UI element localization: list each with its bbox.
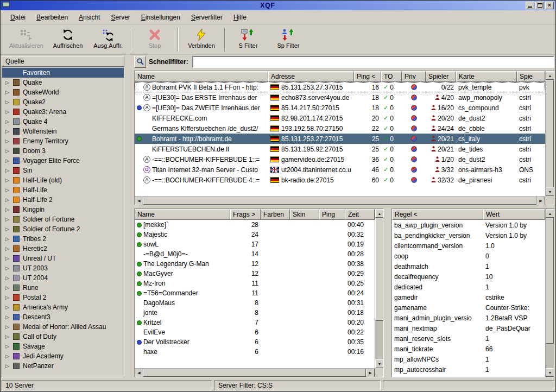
expander-icon[interactable]: ▷ (5, 314, 13, 320)
expander-icon[interactable]: ▷ (5, 90, 13, 95)
expander-icon[interactable]: ▷ (5, 265, 13, 271)
sidebar-item[interactable]: ▷ Doom 3 (2, 146, 124, 156)
server-list-vscrollbar[interactable]: ▲ ▼ (545, 71, 554, 196)
sidebar-item[interactable]: ▷ Kingpin (2, 205, 124, 214)
sidebar-item[interactable]: ▷ QuakeWorld (2, 87, 124, 97)
source-panel-header[interactable]: Quelle (2, 56, 124, 67)
column-header-priv[interactable]: Priv (402, 71, 426, 82)
player-row[interactable]: sowL 17 00:19 (135, 239, 375, 249)
scroll-thumb[interactable] (143, 369, 366, 377)
expander-icon[interactable]: ▷ (5, 275, 13, 281)
expander-icon[interactable]: ▷ (5, 324, 13, 330)
sidebar-item[interactable]: ▷ Postal 2 (2, 293, 124, 302)
sidebar-item[interactable]: ▷ Voyager Elite Force (2, 156, 124, 166)
expander-icon[interactable]: ▷ (5, 334, 13, 339)
sidebar-item[interactable]: ▷ Jedi Academy (2, 351, 124, 361)
player-row[interactable]: =T56=Commander 11 00:24 (135, 288, 375, 298)
server-row[interactable]: A Bohramt PVK II Beta 1.1 FFon - http: 8… (135, 82, 545, 92)
column-header-skin[interactable]: Skin (290, 209, 319, 220)
rule-row[interactable]: gamename Counter-Strike: (392, 302, 545, 313)
player-row[interactable]: DagoMaus 8 00:31 (135, 298, 375, 308)
quickfilter-input[interactable] (192, 56, 554, 68)
rule-row[interactable]: coop 0 (392, 251, 545, 261)
rule-row[interactable]: gamedir cstrike (392, 292, 545, 302)
server-row[interactable]: A =[UE30]= Das ERSTE Irrenhaus der echo8… (135, 92, 545, 103)
server-row[interactable]: A -==::BOCHUMER-KIFFERBUDE 4::= bk-radio… (135, 175, 545, 185)
sidebar-item[interactable]: ▷ Descent3 (2, 312, 124, 322)
column-header-map[interactable]: Karte (456, 71, 517, 82)
rule-row[interactable]: ba_pendingkicker_version Version 1.0 by (392, 230, 545, 241)
player-list-vscrollbar[interactable]: ▲ ▼ (375, 209, 383, 368)
sidebar-item[interactable]: ▷ Sin (2, 166, 124, 175)
sidebar-item[interactable]: ▷ Call of Duty (2, 332, 124, 342)
expander-icon[interactable]: ▷ (5, 148, 13, 154)
menu-item[interactable]: Ansicht (73, 11, 105, 23)
sidebar-item[interactable]: ▷ Quake2 (2, 97, 124, 107)
expander-icon[interactable]: ▷ (5, 226, 13, 232)
player-list-hscrollbar[interactable]: ◀ ▶ (135, 368, 375, 377)
column-header-colors[interactable]: Farben (261, 209, 290, 220)
sidebar-item[interactable]: ▷ Wolfenstein (2, 127, 124, 136)
server-row[interactable]: KiFFERSTUEBCHEN.de II 85.131.195.92:2701… (135, 144, 545, 154)
rule-row[interactable]: mp_autocrosshair 1 (392, 364, 545, 375)
scroll-right-icon[interactable]: ▶ (536, 197, 545, 205)
rule-row[interactable]: dedicated 1 (392, 282, 545, 292)
sidebar-item[interactable]: ▷ Half-Life 2 (2, 195, 124, 205)
menu-item[interactable]: Server (105, 11, 135, 23)
column-header-player-ping[interactable]: Ping (319, 209, 345, 220)
rule-row[interactable]: decalfrequency 10 (392, 271, 545, 282)
server-row[interactable]: Germans Kifferstuebchen /de_dust2/ 193.1… (135, 123, 545, 134)
expander-icon[interactable]: ▷ (5, 158, 13, 163)
expander-icon[interactable]: ▷ (5, 344, 13, 349)
maximize-button[interactable] (535, 2, 544, 9)
column-header-name[interactable]: Name (135, 71, 268, 82)
expander-icon[interactable]: ▷ (5, 295, 13, 300)
server-row[interactable]: A -==::BOCHUMER-KIFFERBUDE 1::= gamervid… (135, 154, 545, 165)
expander-icon[interactable]: ▷ (5, 119, 13, 124)
refresh-selected-button[interactable]: Ausg.Auffr. (88, 26, 128, 53)
scroll-down-icon[interactable]: ▼ (375, 359, 383, 368)
expander-icon[interactable]: ▷ (5, 187, 13, 193)
stop-button[interactable]: Stop (135, 26, 175, 53)
refresh-all-button[interactable]: Aktualisieren (5, 26, 48, 53)
expander-icon[interactable]: ▷ (5, 80, 13, 85)
expander-icon[interactable]: ▷ (5, 197, 13, 203)
sidebar-item[interactable]: ▷ UT 2003 (2, 263, 124, 273)
sidebar-item[interactable]: ▷ Half-Life (2, 185, 124, 195)
scroll-thumb[interactable] (375, 218, 383, 321)
scroll-thumb[interactable] (143, 197, 536, 205)
player-row[interactable]: Majestic 24 00:32 (135, 230, 375, 239)
scroll-left-icon[interactable]: ◀ (135, 197, 143, 205)
expander-icon[interactable]: ▷ (5, 109, 13, 115)
server-row[interactable]: Bohramt - http://bohramt.de 85.131.253.2… (135, 134, 545, 144)
server-row[interactable]: KIFFERECKE.com 82.98.201.174:27015 20 ✓ (135, 113, 545, 123)
sidebar-item[interactable]: ▷ Enemy Territory (2, 136, 124, 146)
scroll-thumb[interactable] (546, 218, 554, 344)
column-header-player-name[interactable]: Name (135, 209, 230, 220)
player-row[interactable]: EvilEve 6 00:22 (135, 327, 375, 337)
expander-icon[interactable]: ▷ (5, 207, 13, 212)
column-header-address[interactable]: Adresse (268, 71, 354, 82)
expander-icon[interactable]: ▷ (5, 363, 13, 369)
quickfilter-button[interactable] (134, 56, 146, 68)
sidebar-item[interactable]: ▷ Half-Life (old) (2, 175, 124, 185)
server-list-hscrollbar[interactable]: ◀ ▶ (135, 196, 545, 205)
minimize-button[interactable] (526, 2, 534, 9)
server-filter-button[interactable]: S Filter (228, 26, 268, 53)
player-row[interactable]: jonte 8 00:18 (135, 308, 375, 318)
sidebar-item[interactable]: ▷ Favoriten (2, 68, 124, 78)
expander-icon[interactable]: ▷ (5, 246, 13, 251)
sidebar-item[interactable]: ▷ America's Army (2, 302, 124, 312)
rule-row[interactable]: mani_admin_plugin_versio 1.2BetaR VSP (392, 313, 545, 323)
expander-icon[interactable]: ▷ (5, 99, 13, 105)
player-row[interactable]: Kritzel 7 00:20 (135, 318, 375, 327)
details-splitter[interactable] (384, 208, 391, 377)
sidebar-item[interactable]: ▷ Soldier of Fortune (2, 214, 124, 224)
expander-icon[interactable]: ▷ (5, 168, 13, 173)
rule-row[interactable]: mani_reserve_slots 1 (392, 333, 545, 344)
expander-icon[interactable]: ▷ (5, 129, 13, 134)
menu-item[interactable]: Bearbeiten (31, 11, 73, 23)
sidebar-item[interactable]: ▷ Rune (2, 283, 124, 293)
column-header-value[interactable]: Wert (483, 209, 545, 220)
scroll-thumb[interactable] (546, 80, 554, 187)
